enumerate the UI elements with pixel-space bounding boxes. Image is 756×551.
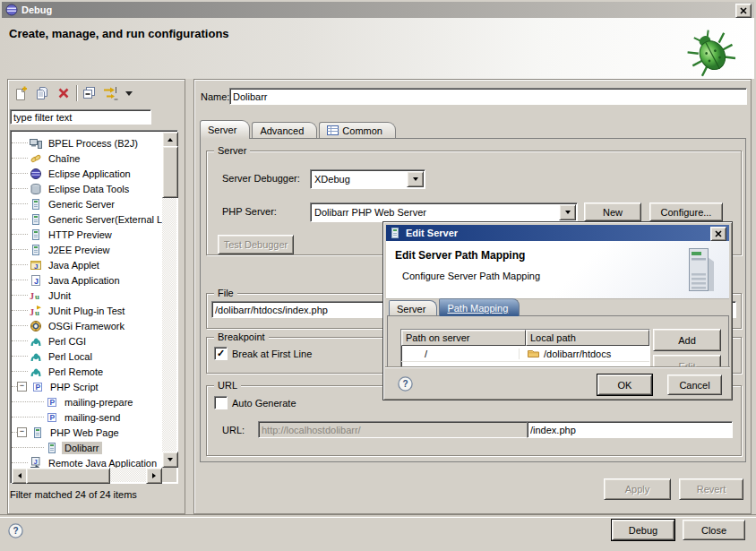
dialog-button-bar: ? OK Cancel xyxy=(385,367,730,399)
window-close-button[interactable] xyxy=(735,4,752,18)
dialog-titlebar: Edit Server xyxy=(386,225,729,241)
revert-button[interactable]: Revert xyxy=(679,478,743,500)
ok-button[interactable]: OK xyxy=(597,375,652,395)
tree-item-label: Java Application xyxy=(46,274,123,287)
filter-launch-configurations-icon[interactable] xyxy=(102,84,120,102)
add-mapping-button[interactable]: Add xyxy=(653,329,721,351)
filter-input[interactable] xyxy=(10,109,151,125)
dropdown-arrow-icon[interactable] xyxy=(559,204,576,220)
break-first-line-label: Break at First Line xyxy=(232,349,312,359)
tree-item[interactable]: JJava Applet xyxy=(12,257,162,272)
tree-item[interactable]: J2EE Preview xyxy=(12,242,162,257)
help-icon[interactable]: ? xyxy=(8,523,23,540)
tab-advanced[interactable]: Advanced xyxy=(252,122,317,139)
dialog-close-button[interactable] xyxy=(710,227,726,241)
perl-icon xyxy=(30,366,43,378)
tree-item[interactable]: JRemote Java Application xyxy=(12,455,162,468)
tree-item-label: OSGi Framework xyxy=(46,320,127,332)
apply-button[interactable]: Apply xyxy=(604,478,671,500)
mapping-row[interactable]: //dolibarr/htdocs xyxy=(401,346,649,362)
dialog-tab-path-mapping[interactable]: Path Mapping xyxy=(439,298,520,316)
tree-item-label: Generic Server(External La xyxy=(46,213,162,226)
header-title: Create, manage, and run configurations xyxy=(9,27,229,40)
tree-item[interactable]: OSGi Framework xyxy=(12,318,162,333)
name-input[interactable] xyxy=(229,88,747,105)
tree-item[interactable]: Chaîne xyxy=(12,151,162,166)
tree-item[interactable]: BPEL Process (B2J) xyxy=(12,135,162,151)
tree-item[interactable]: Perl Remote xyxy=(12,364,162,379)
dialog-tab-server[interactable]: Server xyxy=(389,300,437,316)
server-group-title: Server xyxy=(214,145,250,156)
php-server-select[interactable]: Dolibarr PHP Web Server xyxy=(310,202,578,222)
duplicate-configuration-icon[interactable] xyxy=(33,84,51,102)
new-server-button[interactable]: New xyxy=(584,202,641,221)
tree-item[interactable]: Generic Server(External La xyxy=(12,211,162,227)
tree-item[interactable]: Eclipse Application xyxy=(12,166,162,181)
mapping-path-on-server: / xyxy=(401,349,520,359)
test-debugger-button[interactable]: Test Debugger xyxy=(218,235,294,254)
osgi-icon xyxy=(30,320,43,332)
tree-item[interactable]: JuJUnit xyxy=(12,288,162,303)
table-icon xyxy=(327,125,339,137)
tree-item[interactable]: JuJUnit Plug-in Test xyxy=(12,303,162,318)
auto-generate-checkbox[interactable] xyxy=(214,396,228,409)
svg-text:J: J xyxy=(34,262,38,270)
dialog-tab-path-mapping-label: Path Mapping xyxy=(447,303,508,314)
toolbar-dropdown-arrow-icon[interactable] xyxy=(124,84,134,102)
server-debugger-select[interactable]: XDebug xyxy=(310,169,425,189)
tab-common[interactable]: Common xyxy=(319,122,396,139)
tree-item[interactable]: Pmailing-prepare xyxy=(12,394,162,409)
break-first-line-checkbox[interactable] xyxy=(214,347,228,360)
java-icon: J xyxy=(30,274,43,287)
tree-item[interactable]: Eclipse Data Tools xyxy=(12,181,162,196)
tree-item[interactable]: Dolibarr xyxy=(12,440,162,455)
file-group-title: File xyxy=(214,288,237,298)
tree-toolbar xyxy=(12,84,134,102)
server-icon xyxy=(30,213,43,226)
tree-horizontal-scrollbar[interactable] xyxy=(12,468,162,482)
scroll-right-icon[interactable] xyxy=(146,468,162,484)
scrollbar-corner xyxy=(162,468,176,482)
tree-item[interactable]: HTTP Preview xyxy=(12,227,162,242)
url-label: URL: xyxy=(222,425,245,435)
tree-collapse-icon[interactable]: − xyxy=(17,427,27,437)
horizontal-scroll-thumb[interactable] xyxy=(26,468,110,484)
tree-item[interactable]: Generic Server xyxy=(12,196,162,211)
tree-item[interactable]: JJava Application xyxy=(12,272,162,288)
cancel-button[interactable]: Cancel xyxy=(667,375,722,395)
debug-button[interactable]: Debug xyxy=(612,520,674,540)
tree-item[interactable]: −PPHP Script xyxy=(12,379,162,394)
new-configuration-icon[interactable] xyxy=(12,84,30,102)
close-button[interactable]: Close xyxy=(683,520,745,540)
tree-item-label: mailing-prepare xyxy=(62,396,135,409)
bug-icon xyxy=(684,29,738,79)
auto-generate-label: Auto Generate xyxy=(232,398,296,409)
tree-item[interactable]: Perl CGI xyxy=(12,333,162,349)
column-header-path-on-server[interactable]: Path on server xyxy=(401,330,526,346)
tree-collapse-icon[interactable]: − xyxy=(17,382,27,392)
dialog-help-icon[interactable]: ? xyxy=(398,376,413,393)
configure-server-button[interactable]: Configure... xyxy=(649,202,723,221)
tree-item-label: Remote Java Application xyxy=(46,457,159,469)
tree-item-label: Perl Remote xyxy=(46,366,106,378)
tab-server[interactable]: Server xyxy=(200,120,250,139)
server-tower-image xyxy=(683,246,718,297)
tree-item-label: JUnit Plug-in Test xyxy=(46,305,127,317)
vertical-scroll-thumb[interactable] xyxy=(162,146,178,198)
dropdown-arrow-icon[interactable] xyxy=(407,171,424,187)
column-header-local-path[interactable]: Local path xyxy=(526,330,649,346)
scroll-down-icon[interactable] xyxy=(162,452,178,468)
tree-vertical-scrollbar[interactable] xyxy=(162,132,176,468)
tree-item-label: Eclipse Data Tools xyxy=(46,183,132,195)
tree-item-label: PHP Script xyxy=(47,381,101,393)
tree-item[interactable]: Pmailing-send xyxy=(12,409,162,425)
url-path-input[interactable] xyxy=(527,421,733,438)
tree-item[interactable]: Perl Local xyxy=(12,349,162,364)
delete-configuration-icon[interactable] xyxy=(55,84,73,102)
tree-item-label: J2EE Preview xyxy=(46,244,112,256)
collapse-all-icon[interactable] xyxy=(81,84,99,102)
tree-item[interactable]: −PHP Web Page xyxy=(12,425,162,440)
tree-item-label: Dolibarr xyxy=(62,442,102,454)
base-url-input xyxy=(258,421,528,438)
dialog-title: Edit Server xyxy=(406,228,458,238)
